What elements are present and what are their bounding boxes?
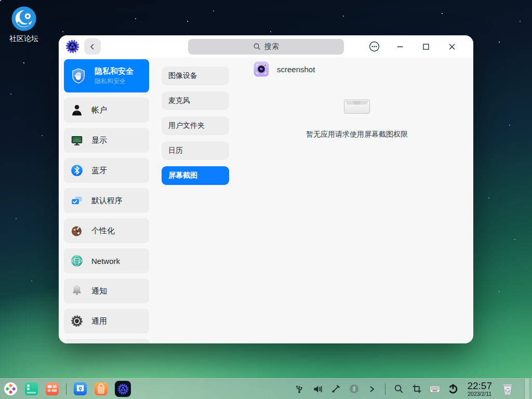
subnav-item-label: 麦克风 — [168, 96, 190, 105]
monitor-icon — [70, 134, 84, 147]
empty-message: 暂无应用请求使用屏幕截图权限 — [306, 130, 408, 139]
subnav-item-user-folders[interactable]: 用户文件夹 — [162, 116, 229, 135]
sidebar-item-personalization[interactable]: 个性化 — [64, 218, 149, 243]
privacy-subnav: 图像设备 麦克风 用户文件夹 日历 屏幕截图 — [162, 58, 229, 343]
trash-icon[interactable] — [501, 382, 514, 396]
subnav-item-label: 屏幕截图 — [168, 171, 197, 180]
search-placeholder: 搜索 — [264, 42, 279, 51]
sidebar-item-label: 帐户 — [91, 105, 107, 115]
sidebar-item-label: 默认程序 — [91, 196, 123, 206]
sidebar-item-label: 通知 — [91, 286, 107, 296]
back-button[interactable] — [84, 38, 101, 55]
maximize-icon — [422, 43, 430, 51]
chevron-left-icon — [89, 44, 96, 50]
sidebar-item-privacy-security[interactable]: 隐私和安全 隐私和安全 — [64, 59, 149, 92]
sidebar-item-label: 个性化 — [91, 226, 115, 236]
bell-icon — [70, 284, 84, 298]
shield-hand-icon — [70, 68, 87, 84]
close-icon — [448, 43, 456, 51]
wired-network-icon[interactable] — [330, 384, 341, 394]
power-icon[interactable] — [448, 384, 458, 394]
search-input[interactable]: 搜索 — [188, 39, 344, 55]
star-field — [0, 0, 1, 1]
grand-search-icon[interactable] — [393, 384, 404, 394]
multitask-view-icon[interactable] — [24, 382, 38, 396]
screen-capture-icon[interactable] — [411, 384, 422, 394]
subnav-item-label: 日历 — [168, 146, 183, 155]
permission-app-name: screenshot — [277, 65, 315, 74]
taskbar: 22:57 2023/2/11 — [0, 378, 532, 399]
sidebar-item-sublabel: 隐私和安全 — [95, 77, 134, 86]
sidebar-item-display[interactable]: 显示 — [64, 128, 149, 153]
sidebar-item-notifications[interactable]: 通知 — [64, 278, 149, 303]
tray-separator — [385, 383, 385, 395]
control-center-window: 搜索 — [59, 35, 473, 343]
permission-app-row: screenshot — [253, 61, 461, 77]
subnav-item-screenshot[interactable]: 屏幕截图 — [162, 166, 229, 185]
usb-icon[interactable] — [294, 384, 304, 394]
menu-button[interactable] — [361, 35, 387, 58]
default-apps-icon — [70, 194, 84, 207]
sidebar-item-network[interactable]: Network — [64, 248, 149, 273]
file-manager-icon[interactable] — [73, 382, 87, 396]
empty-tray-icon — [342, 96, 372, 115]
sidebar-item-bluetooth[interactable]: 蓝牙 — [64, 158, 149, 183]
menu-dots-icon — [369, 41, 380, 52]
sidebar-item-label: 通用 — [91, 316, 107, 326]
permission-content: screenshot 暂无应用请求使用屏幕截图权限 — [253, 58, 473, 343]
launcher-icon[interactable] — [4, 382, 18, 396]
minimize-button[interactable] — [387, 35, 413, 58]
subnav-item-microphone[interactable]: 麦克风 — [162, 91, 229, 110]
app-grid-icon[interactable] — [45, 382, 59, 396]
bluetooth-tray-icon[interactable] — [349, 384, 359, 394]
sidebar-item-partial[interactable] — [64, 339, 149, 343]
clock-date: 2023/2/11 — [467, 391, 492, 397]
control-center-gear-icon — [65, 39, 79, 54]
clock-time: 22:57 — [467, 381, 492, 391]
close-button[interactable] — [439, 35, 465, 58]
control-center-icon-active[interactable] — [115, 381, 131, 397]
sidebar-item-label: 显示 — [91, 136, 107, 145]
system-tray: 22:57 2023/2/11 — [294, 379, 532, 399]
sidebar-item-accounts[interactable]: 帐户 — [64, 98, 149, 123]
expand-chevron-icon[interactable] — [367, 384, 377, 394]
shortcut-label: 社区论坛 — [5, 34, 43, 44]
minimize-icon — [396, 43, 404, 51]
dock — [0, 381, 131, 397]
dock-separator — [66, 383, 66, 395]
show-desktop-button[interactable] — [524, 379, 529, 399]
empty-state: 暂无应用请求使用屏幕截图权限 — [253, 96, 461, 139]
desktop-wallpaper: 社区论坛 搜索 — [0, 0, 532, 399]
dark-gear-icon — [70, 314, 84, 328]
search-icon — [253, 43, 261, 50]
globe-network-icon — [70, 254, 84, 268]
sidebar-item-general[interactable]: 通用 — [64, 309, 149, 334]
subnav-item-label: 用户文件夹 — [168, 121, 205, 130]
window-body: 隐私和安全 隐私和安全 帐户 — [59, 58, 473, 343]
bluetooth-icon — [70, 164, 84, 177]
titlebar: 搜索 — [59, 35, 473, 58]
volume-icon[interactable] — [312, 384, 323, 394]
control-center-gear-icon — [117, 383, 129, 395]
onboard-keyboard-icon[interactable] — [430, 384, 440, 394]
deepin-logo-icon — [10, 5, 37, 32]
window-controls — [361, 35, 465, 58]
app-store-icon[interactable] — [94, 382, 108, 396]
subnav-item-calendar[interactable]: 日历 — [162, 141, 229, 160]
palette-icon — [70, 224, 84, 237]
sidebar-item-label: Network — [91, 257, 120, 265]
purple-camera-icon — [253, 61, 270, 77]
sidebar-item-label: 蓝牙 — [91, 166, 107, 176]
clock[interactable]: 22:57 2023/2/11 — [466, 381, 493, 397]
maximize-button[interactable] — [413, 35, 439, 58]
subnav-item-camera[interactable]: 图像设备 — [162, 66, 229, 85]
subnav-item-label: 图像设备 — [168, 71, 197, 81]
user-silhouette-icon — [70, 103, 84, 117]
settings-sidebar: 隐私和安全 隐私和安全 帐户 — [64, 58, 149, 343]
sidebar-item-default-apps[interactable]: 默认程序 — [64, 188, 149, 213]
sidebar-item-label: 隐私和安全 — [95, 66, 134, 76]
desktop-shortcut-community-forum[interactable]: 社区论坛 — [5, 5, 43, 44]
